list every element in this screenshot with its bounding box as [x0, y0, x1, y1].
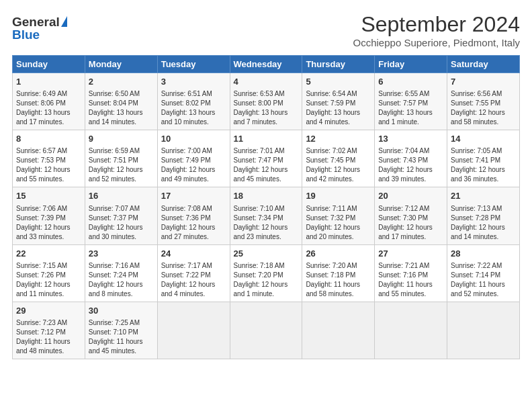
day-info: Sunset: 7:36 PM [161, 214, 226, 223]
day-info: Daylight: 12 hours [89, 223, 154, 232]
day-info: Daylight: 12 hours [161, 165, 226, 175]
col-thursday: Thursday [302, 56, 375, 73]
table-row: 13Sunrise: 7:04 AMSunset: 7:43 PMDayligh… [375, 130, 447, 187]
day-info: and 8 minutes. [89, 289, 154, 299]
col-wednesday: Wednesday [230, 56, 302, 73]
calendar-row: 8Sunrise: 6:57 AMSunset: 7:53 PMDaylight… [13, 130, 520, 187]
day-info: Sunrise: 7:17 AM [161, 261, 226, 271]
table-row: 30Sunrise: 7:25 AMSunset: 7:10 PMDayligh… [85, 302, 157, 359]
day-info: and 39 minutes. [378, 175, 443, 184]
table-row [157, 302, 230, 359]
day-info: Daylight: 12 hours [161, 280, 226, 289]
day-info: Daylight: 11 hours [451, 280, 516, 289]
day-info: and 49 minutes. [161, 175, 226, 184]
table-row [230, 302, 302, 359]
table-row: 22Sunrise: 7:15 AMSunset: 7:26 PMDayligh… [13, 244, 85, 302]
day-number: 27 [378, 248, 443, 260]
day-info: Daylight: 13 hours [234, 108, 299, 118]
day-info: Sunrise: 7:12 AM [378, 204, 443, 214]
day-info: Sunset: 7:57 PM [378, 99, 443, 108]
day-info: Daylight: 11 hours [16, 337, 81, 347]
day-info: Sunset: 7:16 PM [378, 271, 443, 280]
table-row: 16Sunrise: 7:07 AMSunset: 7:37 PMDayligh… [85, 187, 157, 244]
day-info: Daylight: 12 hours [89, 280, 154, 289]
table-row: 12Sunrise: 7:02 AMSunset: 7:45 PMDayligh… [302, 130, 375, 187]
day-info: Sunrise: 7:15 AM [16, 261, 81, 271]
table-row: 21Sunrise: 7:13 AMSunset: 7:28 PMDayligh… [447, 187, 520, 244]
day-info: Sunrise: 7:23 AM [16, 318, 81, 328]
calendar-row: 15Sunrise: 7:06 AMSunset: 7:39 PMDayligh… [13, 187, 520, 244]
table-row: 24Sunrise: 7:17 AMSunset: 7:22 PMDayligh… [157, 244, 230, 302]
day-number: 25 [234, 248, 299, 260]
table-row: 3Sunrise: 6:51 AMSunset: 8:02 PMDaylight… [157, 73, 230, 130]
calendar-table: Sunday Monday Tuesday Wednesday Thursday… [12, 55, 520, 359]
table-row: 2Sunrise: 6:50 AMSunset: 8:04 PMDaylight… [85, 73, 157, 130]
day-info: Sunrise: 7:22 AM [451, 261, 516, 271]
day-number: 20 [378, 190, 443, 202]
day-number: 9 [89, 133, 154, 145]
day-info: Daylight: 12 hours [89, 165, 154, 175]
day-number: 15 [16, 190, 81, 202]
col-saturday: Saturday [447, 56, 520, 73]
logo-icon [61, 16, 67, 27]
day-info: Sunrise: 7:20 AM [306, 261, 371, 271]
day-number: 5 [306, 76, 371, 88]
logo: General Blue [12, 15, 79, 42]
day-info: Sunrise: 7:21 AM [378, 261, 443, 271]
day-info: Sunrise: 6:49 AM [16, 89, 81, 99]
table-row: 19Sunrise: 7:11 AMSunset: 7:32 PMDayligh… [302, 187, 375, 244]
day-info: Sunset: 8:02 PM [161, 99, 226, 108]
day-info: and 4 minutes. [306, 118, 371, 127]
day-number: 30 [89, 305, 154, 317]
table-row: 7Sunrise: 6:56 AMSunset: 7:55 PMDaylight… [447, 73, 520, 130]
day-info: Sunset: 8:00 PM [234, 99, 299, 108]
day-info: and 52 minutes. [89, 175, 154, 184]
day-number: 14 [451, 133, 516, 145]
day-info: Sunrise: 7:11 AM [306, 204, 371, 214]
day-info: Daylight: 13 hours [89, 108, 154, 118]
table-row: 17Sunrise: 7:08 AMSunset: 7:36 PMDayligh… [157, 187, 230, 244]
day-info: Sunrise: 7:10 AM [234, 204, 299, 214]
day-info: Sunrise: 7:02 AM [306, 146, 371, 156]
day-info: Daylight: 12 hours [451, 165, 516, 175]
day-number: 1 [16, 76, 81, 88]
day-number: 16 [89, 190, 154, 202]
day-number: 8 [16, 133, 81, 145]
day-info: and 17 minutes. [16, 118, 81, 127]
day-info: Sunset: 7:47 PM [234, 156, 299, 165]
day-info: Daylight: 12 hours [16, 223, 81, 232]
table-row: 28Sunrise: 7:22 AMSunset: 7:14 PMDayligh… [447, 244, 520, 302]
day-info: and 14 minutes. [451, 232, 516, 242]
day-info: Sunrise: 7:13 AM [451, 204, 516, 214]
day-info: Sunrise: 6:59 AM [89, 146, 154, 156]
day-info: Sunset: 7:51 PM [89, 156, 154, 165]
day-number: 21 [451, 190, 516, 202]
day-info: Sunset: 7:12 PM [16, 328, 81, 337]
day-info: Sunset: 7:39 PM [16, 214, 81, 223]
table-row: 6Sunrise: 6:55 AMSunset: 7:57 PMDaylight… [375, 73, 447, 130]
calendar-row: 22Sunrise: 7:15 AMSunset: 7:26 PMDayligh… [13, 244, 520, 302]
day-info: Daylight: 13 hours [378, 108, 443, 118]
col-friday: Friday [375, 56, 447, 73]
day-info: and 48 minutes. [16, 347, 81, 356]
day-info: Sunrise: 7:08 AM [161, 204, 226, 214]
day-info: Daylight: 12 hours [378, 223, 443, 232]
title-area: September 2024 Occhieppo Superiore, Pied… [79, 12, 520, 48]
logo-blue: Blue [12, 28, 79, 42]
day-info: Sunrise: 7:00 AM [161, 146, 226, 156]
day-info: and 10 minutes. [161, 118, 226, 127]
day-info: Daylight: 11 hours [378, 280, 443, 289]
day-number: 26 [306, 248, 371, 260]
day-info: Sunset: 7:26 PM [16, 271, 81, 280]
day-number: 2 [89, 76, 154, 88]
day-info: and 4 minutes. [161, 289, 226, 299]
table-row: 8Sunrise: 6:57 AMSunset: 7:53 PMDaylight… [13, 130, 85, 187]
day-info: and 58 minutes. [451, 118, 516, 127]
day-number: 29 [16, 305, 81, 317]
day-number: 10 [161, 133, 226, 145]
location: Occhieppo Superiore, Piedmont, Italy [79, 37, 520, 48]
table-row: 26Sunrise: 7:20 AMSunset: 7:18 PMDayligh… [302, 244, 375, 302]
table-row: 5Sunrise: 6:54 AMSunset: 7:59 PMDaylight… [302, 73, 375, 130]
table-row: 18Sunrise: 7:10 AMSunset: 7:34 PMDayligh… [230, 187, 302, 244]
month-title: September 2024 [79, 12, 520, 37]
